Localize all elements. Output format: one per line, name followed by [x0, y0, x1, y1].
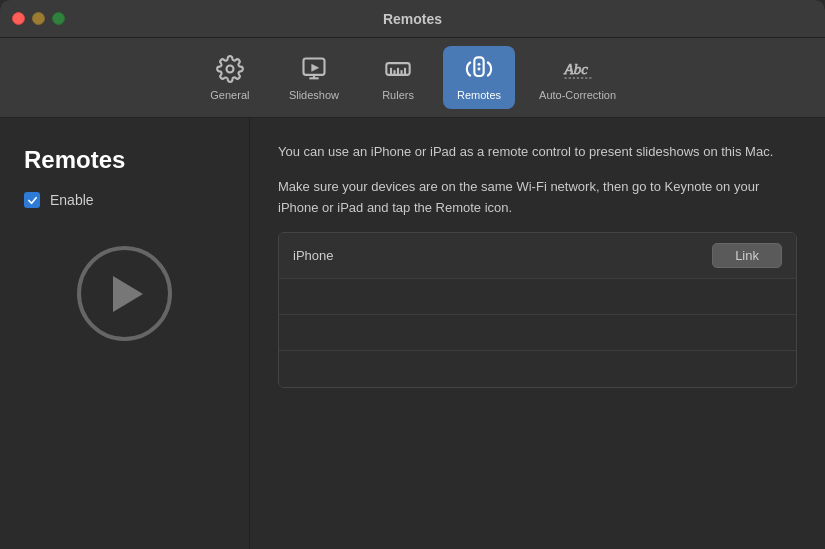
device-name-iphone: iPhone — [293, 248, 333, 263]
svg-rect-11 — [474, 57, 483, 76]
close-button[interactable] — [12, 12, 25, 25]
toolbar: General Slideshow Rulers — [0, 38, 825, 118]
play-icon — [299, 54, 329, 84]
device-table: iPhone Link — [278, 232, 797, 388]
maximize-button[interactable] — [52, 12, 65, 25]
tab-remotes-label: Remotes — [457, 89, 501, 101]
content-area: Remotes Enable You can use an iPhone or … — [0, 118, 825, 549]
device-row-empty-3 — [279, 351, 796, 387]
device-row-empty-1 — [279, 279, 796, 315]
play-triangle-icon — [113, 276, 143, 312]
remote-icon — [464, 54, 494, 84]
gear-icon — [215, 54, 245, 84]
device-row-iphone: iPhone Link — [279, 233, 796, 279]
tab-remotes[interactable]: Remotes — [443, 46, 515, 109]
main-panel: You can use an iPhone or iPad as a remot… — [250, 118, 825, 549]
play-circle — [77, 246, 172, 341]
enable-checkbox[interactable] — [24, 192, 40, 208]
device-row-empty-2 — [279, 315, 796, 351]
sidebar: Remotes Enable — [0, 118, 250, 549]
sidebar-title: Remotes — [24, 146, 225, 174]
window-title: Remotes — [383, 11, 442, 27]
minimize-button[interactable] — [32, 12, 45, 25]
svg-point-0 — [226, 66, 233, 73]
titlebar: Remotes — [0, 0, 825, 38]
traffic-lights — [12, 12, 65, 25]
description-text-1: You can use an iPhone or iPad as a remot… — [278, 142, 797, 163]
svg-marker-2 — [312, 64, 319, 71]
ruler-icon — [383, 54, 413, 84]
abc-icon: Abc — [563, 54, 593, 84]
enable-checkbox-row[interactable]: Enable — [24, 192, 225, 208]
tab-autocorrection[interactable]: Abc Auto-Correction — [525, 46, 630, 109]
svg-text:Abc: Abc — [563, 61, 588, 77]
enable-label: Enable — [50, 192, 94, 208]
play-circle-container — [24, 246, 225, 341]
tab-rulers-label: Rulers — [382, 89, 414, 101]
tab-general-label: General — [210, 89, 249, 101]
tab-slideshow-label: Slideshow — [289, 89, 339, 101]
tab-rulers[interactable]: Rulers — [363, 46, 433, 109]
tab-general[interactable]: General — [195, 46, 265, 109]
tab-slideshow[interactable]: Slideshow — [275, 46, 353, 109]
description-text-2: Make sure your devices are on the same W… — [278, 177, 797, 219]
tab-autocorrection-label: Auto-Correction — [539, 89, 616, 101]
link-button[interactable]: Link — [712, 243, 782, 268]
